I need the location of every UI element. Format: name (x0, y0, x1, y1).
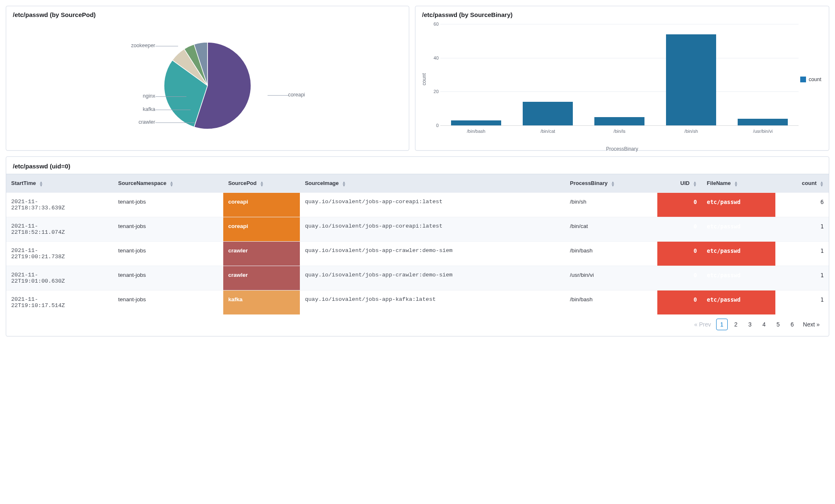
bar-bincat[interactable] (523, 102, 573, 125)
bar-panel-title: /etc/passwd (by SourceBinary) (415, 6, 829, 21)
cell-starttime: 2021-11-22T19:01:00.630Z (6, 266, 113, 290)
cell-filename: etc/passwd (702, 217, 775, 241)
cell-namespace: tenant-jobs (113, 217, 223, 241)
bar-binbash[interactable] (451, 120, 501, 125)
cell-namespace: tenant-jobs (113, 241, 223, 266)
table-body: 2021-11-22T18:37:33.639Ztenant-jobscorea… (6, 192, 829, 314)
cell-sourcepod: crawler (223, 241, 300, 266)
cell-uid: 0 (657, 192, 702, 217)
bar-legend-text: count (808, 77, 821, 82)
cell-filename: etc/passwd (702, 290, 775, 314)
pager-next[interactable]: Next » (801, 319, 822, 330)
bar-binsh[interactable] (666, 34, 716, 126)
cell-namespace: tenant-jobs (113, 290, 223, 314)
cell-processbinary: /bin/cat (565, 217, 657, 241)
col-SourceImage[interactable]: SourceImage ▲▼ (300, 174, 565, 193)
pager-prev: « Prev (692, 319, 713, 330)
bar-binls[interactable] (594, 117, 644, 125)
cell-sourceimage: quay.io/isovalent/jobs-app-crawler:demo-… (300, 241, 565, 266)
table-row[interactable]: 2021-11-22T18:37:33.639Ztenant-jobscorea… (6, 192, 829, 217)
pie-chart[interactable]: coreapizookeepernginxkafkacrawler (6, 21, 409, 150)
cell-processbinary: /bin/bash (565, 290, 657, 314)
cell-sourceimage: quay.io/isovalent/jobs-app-crawler:demo-… (300, 266, 565, 290)
pie-panel-title: /etc/passwd (by SourcePod) (6, 6, 409, 21)
pie-panel: /etc/passwd (by SourcePod) coreapizookee… (6, 6, 409, 151)
cell-count: 6 (775, 192, 829, 217)
bar-x-tick: /bin/ls (613, 129, 625, 134)
bar-x-axis-label: ProcessBinary (415, 136, 829, 154)
bar-plot-area: 0204060/bin/bash/bin/cat/bin/ls/bin/sh/u… (440, 24, 799, 125)
bar-y-axis-label: count (420, 72, 429, 87)
cell-sourceimage: quay.io/isovalent/jobs-app-kafka:latest (300, 290, 565, 314)
pie-leader-kafka (155, 110, 191, 110)
bar-track: /bin/sh (655, 24, 727, 125)
bar-usrbinvi[interactable] (738, 119, 788, 125)
sort-icon[interactable]: ▲▼ (820, 181, 824, 187)
sort-icon[interactable]: ▲▼ (169, 181, 174, 187)
bar-x-tick: /bin/bash (467, 129, 485, 134)
bar-chart[interactable]: count 0204060/bin/bash/bin/cat/bin/ls/bi… (415, 21, 829, 136)
pie-chart-svg (162, 40, 253, 131)
pie-label-kafka: kafka (143, 106, 155, 112)
pager-page-2[interactable]: 2 (730, 319, 742, 330)
sort-icon[interactable]: ▲▼ (693, 181, 697, 187)
pie-label-crawler: crawler (138, 119, 155, 125)
cell-uid: 0 (657, 217, 702, 241)
cell-uid: 0 (657, 241, 702, 266)
cell-count: 1 (775, 241, 829, 266)
cell-starttime: 2021-11-22T18:52:11.074Z (6, 217, 113, 241)
col-UID[interactable]: UID ▲▼ (657, 174, 702, 193)
pie-leader-zookeeper (155, 46, 178, 46)
cell-processbinary: /bin/sh (565, 192, 657, 217)
bar-x-tick: /usr/bin/vi (753, 129, 772, 134)
sort-icon[interactable]: ▲▼ (611, 181, 615, 187)
bar-panel: /etc/passwd (by SourceBinary) count 0204… (415, 6, 829, 151)
cell-processbinary: /usr/bin/vi (565, 266, 657, 290)
cell-sourcepod: coreapi (223, 192, 300, 217)
sort-icon[interactable]: ▲▼ (734, 181, 738, 187)
pagination: « Prev123456Next » (6, 314, 829, 336)
cell-count: 1 (775, 266, 829, 290)
events-table: StartTime ▲▼SourceNamespace ▲▼SourcePod … (6, 174, 829, 314)
pie-leader-coreapi (268, 95, 288, 96)
bar-track: /bin/ls (584, 24, 655, 125)
cell-starttime: 2021-11-22T19:00:21.738Z (6, 241, 113, 266)
table-row[interactable]: 2021-11-22T19:10:17.514Ztenant-jobskafka… (6, 290, 829, 314)
col-ProcessBinary[interactable]: ProcessBinary ▲▼ (565, 174, 657, 193)
cell-processbinary: /bin/bash (565, 241, 657, 266)
col-count[interactable]: count ▲▼ (775, 174, 829, 193)
bar-track: /usr/bin/vi (727, 24, 799, 125)
cell-namespace: tenant-jobs (113, 266, 223, 290)
pager-page-6[interactable]: 6 (787, 319, 798, 330)
col-SourceNamespace[interactable]: SourceNamespace ▲▼ (113, 174, 223, 193)
pager-page-5[interactable]: 5 (772, 319, 784, 330)
cell-filename: etc/passwd (702, 266, 775, 290)
sort-icon[interactable]: ▲▼ (260, 181, 264, 187)
col-FileName[interactable]: FileName ▲▼ (702, 174, 775, 193)
cell-starttime: 2021-11-22T19:10:17.514Z (6, 290, 113, 314)
pager-page-3[interactable]: 3 (744, 319, 756, 330)
pager-page-1[interactable]: 1 (716, 319, 728, 330)
cell-uid: 0 (657, 266, 702, 290)
cell-namespace: tenant-jobs (113, 192, 223, 217)
table-row[interactable]: 2021-11-22T19:01:00.630Ztenant-jobscrawl… (6, 266, 829, 290)
cell-uid: 0 (657, 290, 702, 314)
pie-label-nginx: nginx (143, 93, 155, 99)
pie-label-zookeeper: zookeeper (131, 43, 155, 48)
legend-swatch-icon (800, 77, 806, 82)
bar-x-tick: /bin/sh (685, 129, 698, 134)
col-SourcePod[interactable]: SourcePod ▲▼ (223, 174, 300, 193)
cell-filename: etc/passwd (702, 241, 775, 266)
cell-sourceimage: quay.io/isovalent/jobs-app-coreapi:lates… (300, 192, 565, 217)
cell-filename: etc/passwd (702, 192, 775, 217)
sort-icon[interactable]: ▲▼ (39, 181, 43, 187)
table-row[interactable]: 2021-11-22T19:00:21.738Ztenant-jobscrawl… (6, 241, 829, 266)
cell-sourcepod: kafka (223, 290, 300, 314)
sort-icon[interactable]: ▲▼ (342, 181, 346, 187)
table-row[interactable]: 2021-11-22T18:52:11.074Ztenant-jobscorea… (6, 217, 829, 241)
col-StartTime[interactable]: StartTime ▲▼ (6, 174, 113, 193)
cell-starttime: 2021-11-22T18:37:33.639Z (6, 192, 113, 217)
cell-sourcepod: crawler (223, 266, 300, 290)
pager-page-4[interactable]: 4 (758, 319, 770, 330)
bar-x-tick: /bin/cat (541, 129, 555, 134)
